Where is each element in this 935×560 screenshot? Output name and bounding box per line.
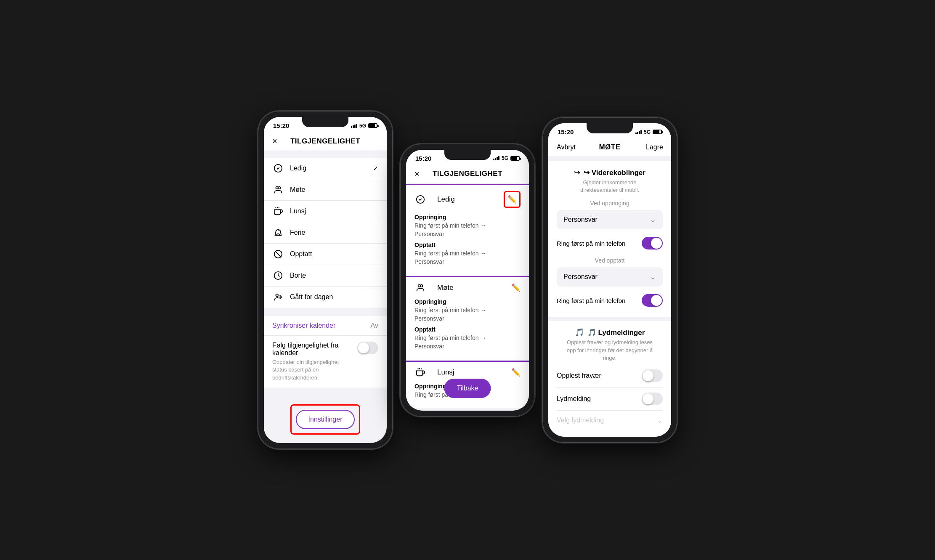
lydmelding-toggle[interactable] — [642, 393, 663, 405]
battery-icon-3 — [653, 130, 662, 134]
notch-1 — [302, 117, 348, 127]
lydmeldinger-section: 🎵 🎵 Lydmeldinger Opplest fravær og lydme… — [548, 321, 671, 437]
list-item-ferie[interactable]: Ferie — [264, 222, 387, 244]
lydmelding-row: Lydmelding — [557, 387, 663, 411]
list-item-ledig[interactable]: Ledig ✓ — [264, 158, 387, 179]
lunsj-card-icon — [414, 368, 426, 377]
ledig-sub-oppringing: Oppringing Ring først på min telefon → P… — [414, 214, 521, 238]
chevron-down-icon-3: ⌄ — [656, 416, 663, 425]
lagre-btn[interactable]: Lagre — [646, 143, 663, 151]
calendar-section: Synkroniser kalender Av Følg tilgjengeli… — [264, 316, 387, 387]
card-ledig-title: Ledig — [437, 195, 455, 204]
network-icon-2: 5G — [502, 155, 508, 161]
edit-icon-mote[interactable]: ✏️ — [511, 283, 521, 292]
card-ledig: Ledig ✏️ Oppringing Ring først på min te… — [406, 184, 529, 275]
personsvar-label-1: Personsvar — [563, 216, 598, 223]
check-circle-icon — [272, 164, 284, 173]
ledig-oppringing-item2: Personsvar — [414, 230, 521, 238]
viderekoblinger-icon-row: ↪ ↪ Viderekoblinger — [557, 168, 663, 177]
list-item-borte[interactable]: Borte — [264, 265, 387, 287]
follow-title: Følg tilgjengelighet fra kalender — [272, 342, 351, 357]
header-title-1: TILGJENGELIGHET — [290, 137, 360, 146]
ring-toggle-1[interactable] — [642, 237, 663, 249]
meeting-icon — [272, 185, 284, 194]
innstillinger-button[interactable]: Innstillinger — [296, 410, 355, 429]
tilbake-button[interactable]: Tilbake — [444, 379, 491, 398]
toggle-knob — [358, 342, 369, 353]
header-title-3: MØTE — [599, 143, 620, 151]
mote-oppringing-title: Oppringing — [414, 298, 521, 305]
mote-card-icon — [414, 283, 426, 292]
svg-point-2 — [278, 187, 281, 189]
phone-3: 15:20 5G Avbryt MØTE Lagre — [542, 117, 677, 443]
card-mote: Møte ✏️ Oppringing Ring først på min tel… — [406, 276, 529, 360]
card-ledig-body: Oppringing Ring først på min telefon → P… — [406, 214, 529, 275]
card-mote-title: Møte — [437, 284, 454, 292]
vacation-icon — [272, 228, 284, 237]
ring-toggle-label-1: Ring først på min telefon — [557, 240, 625, 247]
personsvar-dropdown-1[interactable]: Personsvar ⌄ — [557, 210, 663, 229]
viderekoblinger-section: ↪ ↪ Viderekoblinger Gjelder innkommende … — [548, 161, 671, 317]
bottom-area-1: Innstillinger — [264, 396, 387, 443]
ring-toggle-2[interactable] — [642, 294, 663, 307]
lunch-icon — [272, 207, 284, 216]
signal-icon-3 — [635, 130, 642, 134]
ledig-opptatt-item1: Ring først på min telefon → — [414, 249, 521, 257]
toggle-knob-2 — [651, 295, 662, 306]
close-btn-2[interactable]: × — [414, 170, 431, 178]
mote-opptatt-item1: Ring først på min telefon → — [414, 334, 521, 342]
toggle-knob-3 — [643, 370, 653, 381]
forward-icon: ↪ — [574, 168, 580, 177]
sync-calendar-row: Synkroniser kalender Av — [272, 322, 378, 329]
network-icon-3: 5G — [644, 129, 651, 135]
velg-lydmelding-row: Velg lydmelding ⌄ — [557, 411, 663, 430]
card-ledig-left: Ledig — [414, 195, 455, 204]
card-ledig-header: Ledig ✏️ — [406, 185, 529, 214]
ring-toggle-row-1: Ring først på min telefon — [557, 234, 663, 253]
status-time-3: 15:20 — [558, 128, 574, 135]
phone-2: 15:20 5G × TILGJENGELIGHET — [400, 144, 535, 417]
chevron-down-icon-1: ⌄ — [650, 215, 656, 224]
signal-icon-1 — [351, 124, 357, 128]
sync-calendar-link[interactable]: Synkroniser kalender — [272, 322, 335, 329]
svg-line-7 — [276, 252, 281, 257]
list-item-gatt[interactable]: Gått for dagen — [264, 287, 387, 308]
music-icon: 🎵 — [575, 328, 584, 337]
network-icon-1: 5G — [359, 123, 366, 129]
lydmeldinger-desc: Opplest fravær og lydmelding leses opp f… — [557, 339, 663, 362]
red-box-edit: ✏️ — [504, 191, 521, 208]
lydmelding-label: Lydmelding — [557, 395, 591, 403]
ledig-label: Ledig — [290, 165, 373, 172]
edit-icon-ledig[interactable]: ✏️ — [507, 195, 517, 204]
lydmeldinger-title: 🎵 Lydmeldinger — [587, 328, 645, 337]
status-icons-3: 5G — [635, 129, 662, 135]
card-mote-body: Oppringing Ring først på min telefon → P… — [406, 298, 529, 360]
follow-toggle[interactable] — [357, 342, 378, 354]
personsvar-dropdown-2[interactable]: Personsvar ⌄ — [557, 267, 663, 287]
notch-3 — [587, 123, 633, 133]
follow-section: Følg tilgjengelighet fra kalender Oppdat… — [264, 336, 387, 387]
app-header-3: Avbryt MØTE Lagre — [548, 138, 671, 157]
screen-2: 15:20 5G × TILGJENGELIGHET — [406, 150, 529, 411]
avbryt-btn[interactable]: Avbryt — [557, 143, 574, 151]
away-icon — [272, 271, 284, 280]
edit-icon-lunsj[interactable]: ✏️ — [511, 368, 521, 377]
screen-3: 15:20 5G Avbryt MØTE Lagre — [548, 123, 671, 437]
status-time-2: 15:20 — [415, 155, 431, 162]
list-item-mote[interactable]: Møte — [264, 179, 387, 201]
battery-icon-2 — [510, 156, 520, 161]
opplest-row: Opplest fravær — [557, 364, 663, 387]
list-item-opptatt[interactable]: Opptatt — [264, 244, 387, 265]
notch-2 — [444, 150, 491, 160]
close-btn-1[interactable]: × — [272, 137, 289, 146]
phone-1: 15:20 5G × TILGJENGELIGHET — [258, 111, 393, 449]
ledig-check: ✓ — [373, 165, 378, 173]
follow-desc: Oppdater din tilgjengelighet status base… — [272, 358, 351, 382]
gatt-label: Gått for dagen — [290, 293, 378, 301]
sync-calendar-item[interactable]: Synkroniser kalender Av — [264, 316, 387, 336]
list-item-lunsj[interactable]: Lunsj — [264, 201, 387, 222]
availability-list-1: Ledig ✓ Møte — [264, 158, 387, 308]
opplest-toggle[interactable] — [642, 369, 663, 382]
ledig-oppringing-item1: Ring først på min telefon → — [414, 221, 521, 230]
battery-icon-1 — [368, 123, 377, 128]
